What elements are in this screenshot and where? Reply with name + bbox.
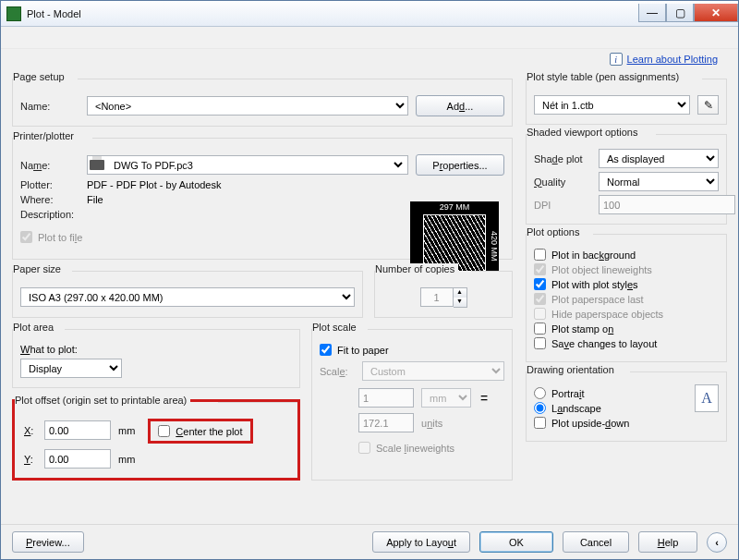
offset-x-unit: mm — [118, 425, 135, 436]
scale-den-unit: units — [421, 418, 442, 429]
scale-num-unit-select: mm — [421, 388, 471, 408]
scale-lineweights-label: Scale lineweights — [376, 443, 454, 454]
ok-button[interactable]: OK — [479, 531, 553, 553]
plot-to-file-label: Plot to file — [38, 232, 82, 243]
collapse-button[interactable]: ‹ — [707, 532, 727, 553]
upside-checkbox[interactable] — [534, 417, 546, 429]
printer-name-label: Name: — [20, 160, 79, 171]
center-plot-label: Center the plot — [176, 426, 242, 437]
opt-styles-checkbox[interactable] — [534, 278, 546, 290]
copies-spinner: ▲▼ — [420, 287, 467, 308]
info-icon: i — [610, 53, 623, 66]
offset-x-label: X: — [24, 425, 37, 436]
plotter-value: PDF - PDF Plot - by Autodesk — [87, 179, 222, 190]
page-setup-add-button[interactable]: Add... — [416, 95, 504, 116]
scale-num-input — [358, 388, 414, 408]
printer-legend: Printer/plotter — [13, 130, 78, 141]
offset-x-input[interactable] — [44, 420, 111, 440]
where-label: Where: — [20, 194, 79, 205]
opt-hide-label: Hide paperspace objects — [551, 309, 663, 320]
window-title: Plot - Model — [27, 8, 638, 19]
scale-label: Scale: — [320, 366, 355, 377]
desc-label: Description: — [20, 209, 79, 220]
plot-options-legend: Plot options — [527, 226, 583, 237]
opt-lw-checkbox — [534, 263, 546, 275]
help-button[interactable]: Help — [638, 531, 697, 553]
opt-stamp-label: Plot stamp on — [551, 323, 613, 335]
opt-save-label: Save changes to layout — [551, 338, 657, 349]
maximize-button[interactable]: ▢ — [666, 4, 694, 22]
learn-link[interactable]: Learn about Plotting — [627, 54, 718, 65]
opt-paperspace-label: Plot paperspace last — [551, 294, 644, 305]
what-to-plot-label: What to plot: — [20, 344, 292, 355]
scale-den-input — [358, 413, 414, 432]
quality-label: Quality — [534, 177, 591, 188]
copies-input — [420, 287, 454, 307]
offset-y-unit: mm — [118, 454, 135, 465]
upside-label: Plot upside-down — [551, 418, 629, 429]
plot-scale-legend: Plot scale — [312, 322, 360, 333]
center-plot-checkbox[interactable] — [158, 425, 170, 437]
shaded-legend: Shaded viewport options — [527, 127, 641, 138]
page-setup-name-label: Name: — [20, 101, 79, 112]
plot-offset-legend: Plot offset (origin set to printable are… — [15, 395, 190, 406]
preview-button[interactable]: Preview... — [12, 531, 84, 553]
fit-to-paper-label: Fit to paper — [337, 345, 389, 356]
page-setup-name-select[interactable]: <None> — [87, 96, 408, 116]
plot-style-select[interactable]: Nét in 1.ctb — [534, 95, 690, 115]
dpi-label: DPI — [534, 200, 591, 211]
orientation-legend: Drawing orientation — [527, 364, 618, 375]
scale-select: Custom — [362, 361, 504, 381]
opt-bg-checkbox[interactable] — [534, 249, 546, 261]
scale-lineweights-checkbox — [358, 442, 370, 454]
opt-paperspace-checkbox — [534, 293, 546, 305]
shade-plot-label: Shade plot — [534, 153, 591, 164]
where-value: File — [87, 194, 103, 205]
cancel-button[interactable]: Cancel — [563, 531, 629, 553]
close-button[interactable]: ✕ — [694, 4, 738, 22]
landscape-label: Landscape — [551, 403, 601, 414]
plotter-label: Plotter: — [20, 179, 79, 190]
printer-name-select[interactable]: DWG To PDF.pc3 — [106, 156, 406, 174]
opt-styles-label: Plot with plot styles — [551, 279, 638, 290]
edit-style-button[interactable]: ✎ — [697, 95, 719, 115]
copies-legend: Number of copies — [375, 263, 458, 274]
background-toolbar — [1, 27, 738, 49]
opt-save-checkbox[interactable] — [534, 337, 546, 349]
opt-lw-label: Plot object lineweights — [551, 264, 652, 275]
quality-select[interactable]: Normal — [599, 172, 719, 191]
opt-bg-label: Plot in background — [551, 250, 636, 261]
page-setup-legend: Page setup — [13, 71, 68, 82]
offset-y-label: Y: — [24, 454, 37, 465]
plot-to-file-checkbox — [20, 231, 32, 243]
equals-icon: = — [479, 391, 490, 406]
portrait-radio[interactable] — [534, 387, 546, 399]
fit-to-paper-checkbox[interactable] — [320, 344, 332, 356]
minimize-button[interactable]: — — [638, 4, 666, 22]
landscape-radio[interactable] — [534, 402, 546, 414]
what-to-plot-select[interactable]: Display — [20, 359, 122, 378]
printer-properties-button[interactable]: Properties... — [416, 154, 504, 176]
app-icon — [6, 6, 21, 21]
orientation-icon: A — [695, 384, 719, 412]
opt-stamp-checkbox[interactable] — [534, 323, 546, 335]
shade-plot-select[interactable]: As displayed — [599, 149, 719, 168]
plot-area-legend: Plot area — [13, 322, 57, 333]
opt-hide-checkbox — [534, 308, 546, 320]
paper-size-select[interactable]: ISO A3 (297.00 x 420.00 MM) — [20, 287, 355, 307]
paper-size-legend: Paper size — [13, 263, 65, 274]
plot-style-legend: Plot style table (pen assignments) — [527, 71, 683, 82]
dpi-input — [599, 195, 735, 214]
printer-icon — [90, 160, 104, 170]
portrait-label: Portrait — [551, 388, 584, 399]
offset-y-input[interactable] — [44, 449, 111, 469]
apply-layout-button[interactable]: Apply to Layout — [372, 531, 470, 553]
